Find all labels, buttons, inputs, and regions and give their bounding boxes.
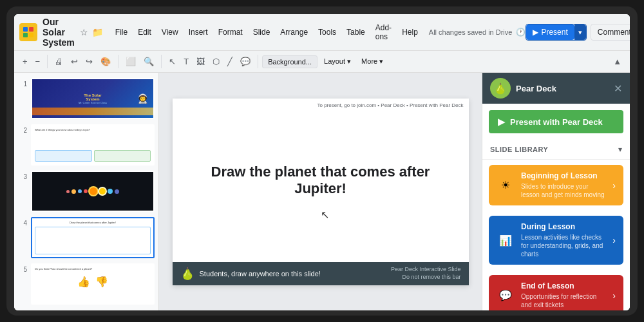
menu-table[interactable]: Table [342, 26, 370, 39]
slide-item-2[interactable]: 2 What are 2 things you know about today… [18, 124, 155, 166]
slide-thumb-1[interactable]: The SolarSystem Mr. Carter Science Class… [31, 78, 155, 119]
beginning-arrow-icon: › [612, 180, 616, 191]
minus-btn[interactable]: − [32, 55, 44, 68]
during-card-title: During Lesson [521, 222, 606, 231]
slide-thumb-5[interactable]: Do you think Pluto should be considered … [31, 263, 155, 305]
pear-deck-icon: 🍐 [490, 78, 511, 99]
play-icon: ▶ [533, 28, 538, 37]
paint-btn[interactable]: 🎨 [97, 55, 114, 68]
menu-format[interactable]: Format [214, 26, 247, 39]
slide-item-5[interactable]: 5 Do you think Pluto should be considere… [18, 263, 155, 305]
line-btn[interactable]: ╱ [224, 55, 236, 68]
undo-btn[interactable]: ↩ [68, 55, 81, 68]
canvas-area[interactable]: To present, go to join.com • Pear Deck •… [159, 73, 482, 310]
pear-deck-sidebar: 🍐 Pear Deck ✕ ▶ Present with Pear Deck S… [482, 73, 630, 310]
title-icons: ☆ 📁 [80, 27, 103, 37]
save-status: All changes saved in Drive [429, 28, 513, 36]
pear-deck-close-button[interactable]: ✕ [614, 82, 622, 95]
beginning-card-title: Beginning of Lesson [521, 171, 606, 180]
end-of-lesson-card[interactable]: 💬 End of Lesson Opportunities for reflec… [489, 275, 623, 310]
menu-addons[interactable]: Add-ons [371, 21, 396, 43]
present-dropdown-button[interactable]: ▾ [574, 24, 586, 40]
main-content: 1 The SolarSystem Mr. Carter Science Cla… [14, 73, 630, 310]
screen: Our Solar System ☆ 📁 File Edit View Inse… [14, 14, 630, 310]
svg-rect-3 [29, 33, 33, 37]
toolbar-group-tools: ↖ T 🖼 ⬡ ╱ 💬 [166, 55, 258, 68]
menu-file[interactable]: File [111, 26, 132, 39]
during-lesson-card[interactable]: 📊 During Lesson Lesson activities like c… [489, 216, 623, 265]
bottom-instruction: Students, draw anywhere on this slide! [200, 270, 386, 278]
end-card-content: End of Lesson Opportunities for reflecti… [521, 281, 606, 309]
title-bar: Our Solar System ☆ 📁 File Edit View Inse… [14, 14, 630, 51]
slide-bottom-bar: 🍐 Students, draw anywhere on this slide!… [173, 262, 469, 285]
during-card-desc: Lesson activities like checks for unders… [521, 233, 606, 258]
during-card-content: During Lesson Lesson activities like che… [521, 222, 606, 258]
background-button[interactable]: Background... [262, 55, 317, 68]
menu-arrange[interactable]: Arrange [276, 26, 312, 39]
clock-icon: 🕐 [516, 28, 526, 37]
pear-deck-title: Pear Deck [516, 84, 556, 93]
slide-item-1[interactable]: 1 The SolarSystem Mr. Carter Science Cla… [18, 78, 155, 119]
layout-button[interactable]: Layout ▾ [320, 55, 355, 68]
sun-icon: ☀ [497, 176, 515, 194]
zoom-btn[interactable]: 🔍 [140, 55, 157, 68]
add-btn[interactable]: + [19, 55, 31, 68]
pear-mascot: 🍐 [180, 267, 194, 281]
select-btn[interactable]: ⬜ [122, 55, 139, 68]
slide-item-4[interactable]: 4 Draw the planet that comes after Jupit… [18, 217, 155, 258]
present-button[interactable]: ▶ Present [526, 24, 574, 40]
end-arrow-icon: › [612, 290, 616, 301]
message-icon: 💬 [497, 287, 515, 305]
print-btn[interactable]: 🖨 [52, 55, 66, 68]
bottom-label: Pear Deck Interactive SlideDo not remove… [391, 266, 461, 281]
slide-main-text: Draw the planet that comes after Jupiter… [173, 99, 469, 263]
menu-view[interactable]: View [157, 26, 183, 39]
app-icon [19, 23, 37, 41]
menu-help[interactable]: Help [397, 26, 422, 39]
shape-btn[interactable]: ⬡ [209, 55, 223, 68]
beginning-card-desc: Slides to introduce your lesson and get … [521, 182, 606, 199]
redo-btn[interactable]: ↪ [82, 55, 96, 68]
cursor-btn[interactable]: ↖ [166, 55, 179, 68]
slide-panel: 1 The SolarSystem Mr. Carter Science Cla… [14, 73, 159, 310]
slide-item-3[interactable]: 3 [18, 171, 155, 212]
laptop-frame: Our Solar System ☆ 📁 File Edit View Inse… [6, 6, 638, 316]
slide-thumb-3[interactable] [31, 171, 155, 212]
menu-slide[interactable]: Slide [249, 26, 275, 39]
thumbs-down-icon: 👎 [95, 276, 108, 288]
library-chevron-icon[interactable]: ▾ [618, 145, 622, 154]
menu-edit[interactable]: Edit [133, 26, 156, 39]
play-icon-green: ▶ [498, 117, 505, 127]
menu-bar: File Edit View Insert Format Slide Arran… [111, 21, 526, 43]
star-icon[interactable]: ☆ [80, 27, 88, 37]
pear-deck-present-button[interactable]: ▶ Present with Pear Deck [489, 110, 623, 133]
toolbar-group-zoom: + − [19, 55, 48, 68]
svg-rect-1 [29, 27, 33, 32]
beginning-of-lesson-card[interactable]: ☀ Beginning of Lesson Slides to introduc… [489, 165, 623, 205]
text-btn[interactable]: T [180, 55, 192, 68]
more-button[interactable]: More ▾ [357, 55, 387, 68]
toolbar-group-select: ⬜ 🔍 [122, 55, 162, 68]
menu-insert[interactable]: Insert [184, 26, 213, 39]
comments-button[interactable]: Comments [591, 24, 630, 41]
menu-tools[interactable]: Tools [314, 26, 341, 39]
slide-number-1: 1 [18, 80, 27, 88]
slide-thumb-4[interactable]: Draw the planet that comes after Jupiter… [31, 217, 155, 258]
slide-url-bar: To present, go to join.com • Pear Deck •… [317, 102, 463, 108]
cursor: ↖ [321, 209, 329, 221]
slide-number-3: 3 [18, 173, 27, 180]
folder-icon[interactable]: 📁 [92, 27, 103, 37]
svg-rect-0 [23, 27, 28, 32]
pear-deck-logo: 🍐 Pear Deck [490, 78, 556, 99]
slide-number-5: 5 [18, 266, 27, 273]
slide-thumb-2[interactable]: What are 2 things you know about today's… [31, 124, 155, 166]
end-card-title: End of Lesson [521, 281, 606, 290]
comment-btn[interactable]: 💬 [237, 55, 254, 68]
image-btn[interactable]: 🖼 [193, 55, 208, 68]
slide-number-4: 4 [18, 220, 27, 227]
document-title: Our Solar System [43, 17, 75, 48]
collapse-btn[interactable]: ▲ [610, 55, 625, 68]
thumbs-up-icon: 👍 [77, 276, 90, 288]
svg-rect-2 [23, 33, 28, 37]
header-buttons: ▶ Present ▾ Comments 🔒 Share [526, 24, 630, 41]
